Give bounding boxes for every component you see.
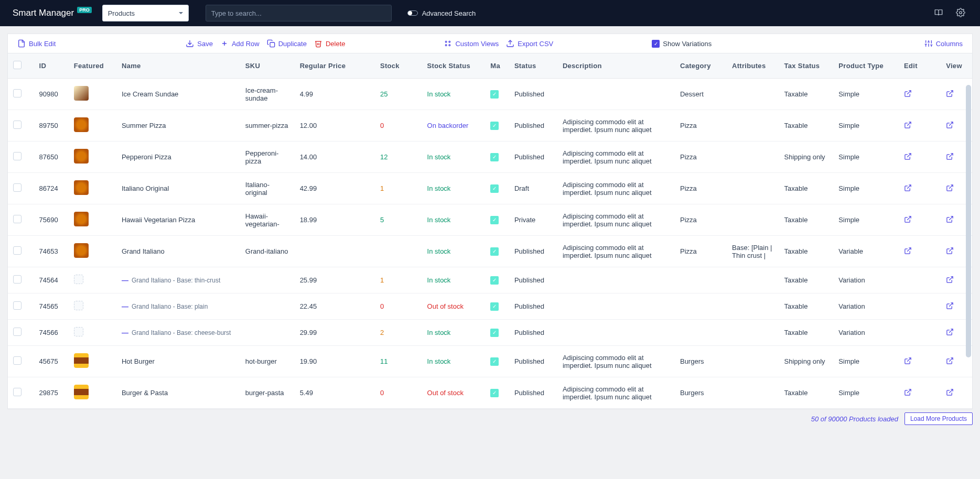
category-cell[interactable] xyxy=(675,320,727,346)
category-cell[interactable]: Burgers xyxy=(675,346,727,377)
manage-stock-check-icon[interactable]: ✓ xyxy=(490,389,499,397)
manage-stock-check-icon[interactable]: ✓ xyxy=(490,90,499,99)
sku-cell[interactable] xyxy=(240,320,295,346)
tax-status-cell[interactable]: Taxable xyxy=(779,293,834,320)
sku-cell[interactable] xyxy=(240,267,295,293)
tax-status-cell[interactable]: Taxable xyxy=(779,110,834,141)
id-cell[interactable]: 87650 xyxy=(34,141,69,173)
view-link-icon[interactable] xyxy=(946,248,954,256)
description-cell[interactable] xyxy=(557,267,675,293)
id-cell[interactable]: 89750 xyxy=(34,110,69,141)
tax-status-cell[interactable]: Taxable xyxy=(779,320,834,346)
product-type-cell[interactable]: Variable xyxy=(833,236,899,267)
description-cell[interactable]: Adipiscing commodo elit at imperdiet. Ip… xyxy=(557,173,675,204)
product-name-cell[interactable]: Hawaii Vegetarian Pizza xyxy=(122,216,195,224)
row-checkbox[interactable] xyxy=(13,152,21,160)
row-checkbox[interactable] xyxy=(13,215,21,223)
col-ma[interactable]: Ma xyxy=(485,53,509,79)
row-checkbox[interactable] xyxy=(13,301,21,310)
edit-link-icon[interactable] xyxy=(904,248,912,256)
row-checkbox[interactable] xyxy=(13,89,21,97)
product-type-cell[interactable]: Variation xyxy=(833,320,899,346)
edit-link-icon[interactable] xyxy=(904,123,912,130)
stock-status-cell[interactable]: In stock xyxy=(427,216,451,224)
entity-select[interactable]: Products xyxy=(102,5,189,21)
edit-link-icon[interactable] xyxy=(904,217,912,225)
id-cell[interactable]: 74565 xyxy=(34,293,69,320)
tax-status-cell[interactable]: Taxable xyxy=(779,79,834,110)
product-name-cell[interactable]: Italiano Original xyxy=(122,184,169,192)
manage-stock-check-icon[interactable]: ✓ xyxy=(490,329,499,337)
col-description[interactable]: Description xyxy=(557,53,675,79)
row-checkbox[interactable] xyxy=(13,356,21,365)
sku-cell[interactable]: burger-pasta xyxy=(240,377,295,409)
sku-cell[interactable]: Hawaii-vegetarian- xyxy=(240,204,295,236)
attributes-cell[interactable] xyxy=(727,110,779,141)
col-name[interactable]: Name xyxy=(116,53,240,79)
view-link-icon[interactable] xyxy=(946,303,954,311)
view-link-icon[interactable] xyxy=(946,390,954,398)
product-name-cell[interactable]: Summer Pizza xyxy=(122,122,166,129)
category-cell[interactable] xyxy=(675,267,727,293)
bulk-edit-button[interactable]: Bulk Edit xyxy=(17,39,56,48)
view-link-icon[interactable] xyxy=(946,123,954,130)
attributes-cell[interactable] xyxy=(727,320,779,346)
manage-stock-check-icon[interactable]: ✓ xyxy=(490,122,499,130)
col-attributes[interactable]: Attributes xyxy=(727,53,779,79)
tax-status-cell[interactable]: Taxable xyxy=(779,173,834,204)
col-category[interactable]: Category xyxy=(675,53,727,79)
stock-status-cell[interactable]: In stock xyxy=(427,90,451,98)
status-cell[interactable]: Draft xyxy=(509,173,557,204)
sku-cell[interactable] xyxy=(240,293,295,320)
manage-stock-check-icon[interactable]: ✓ xyxy=(490,247,499,256)
status-cell[interactable]: Published xyxy=(509,293,557,320)
status-cell[interactable]: Published xyxy=(509,346,557,377)
row-checkbox[interactable] xyxy=(13,183,21,192)
attributes-cell[interactable] xyxy=(727,173,779,204)
col-stock-status[interactable]: Stock Status xyxy=(422,53,486,79)
tax-status-cell[interactable]: Shipping only xyxy=(779,141,834,173)
product-type-cell[interactable]: Simple xyxy=(833,110,899,141)
view-link-icon[interactable] xyxy=(946,358,954,366)
sku-cell[interactable]: hot-burger xyxy=(240,346,295,377)
description-cell[interactable]: Adipiscing commodo elit at imperdiet. Ip… xyxy=(557,346,675,377)
tax-status-cell[interactable]: Taxable xyxy=(779,236,834,267)
stock-status-cell[interactable]: In stock xyxy=(427,357,451,365)
product-type-cell[interactable]: Simple xyxy=(833,346,899,377)
col-edit[interactable]: Edit xyxy=(899,53,941,79)
vertical-scrollbar[interactable] xyxy=(966,85,971,357)
price-cell[interactable]: 42.99 xyxy=(295,173,375,204)
product-type-cell[interactable]: Variation xyxy=(833,267,899,293)
columns-button[interactable]: Columns xyxy=(924,39,963,48)
product-type-cell[interactable]: Simple xyxy=(833,79,899,110)
delete-button[interactable]: Delete xyxy=(314,39,346,48)
product-type-cell[interactable]: Simple xyxy=(833,377,899,409)
id-cell[interactable]: 45675 xyxy=(34,346,69,377)
category-cell[interactable]: Dessert xyxy=(675,79,727,110)
stock-status-cell[interactable]: Out of stock xyxy=(427,389,464,397)
col-status[interactable]: Status xyxy=(509,53,557,79)
product-name-cell[interactable]: Ice Cream Sundae xyxy=(122,90,178,98)
attributes-cell[interactable]: Base: [Plain | Thin crust | xyxy=(727,236,779,267)
id-cell[interactable]: 74653 xyxy=(34,236,69,267)
edit-link-icon[interactable] xyxy=(904,91,912,99)
manage-stock-check-icon[interactable]: ✓ xyxy=(490,276,499,285)
category-cell[interactable]: Pizza xyxy=(675,236,727,267)
view-link-icon[interactable] xyxy=(946,330,954,338)
manage-stock-check-icon[interactable]: ✓ xyxy=(490,302,499,311)
price-cell[interactable]: 25.99 xyxy=(295,267,375,293)
attributes-cell[interactable] xyxy=(727,141,779,173)
description-cell[interactable]: Adipiscing commodo elit at imperdiet. Ip… xyxy=(557,236,675,267)
price-cell[interactable]: 4.99 xyxy=(295,79,375,110)
select-all-checkbox[interactable] xyxy=(13,61,21,69)
product-name-cell[interactable]: Grand Italiano - Base: plain xyxy=(132,303,208,310)
category-cell[interactable]: Pizza xyxy=(675,173,727,204)
attributes-cell[interactable] xyxy=(727,204,779,236)
stock-cell[interactable]: 0 xyxy=(380,122,384,129)
status-cell[interactable]: Published xyxy=(509,320,557,346)
id-cell[interactable]: 74564 xyxy=(34,267,69,293)
stock-cell[interactable]: 2 xyxy=(380,329,384,336)
product-type-cell[interactable]: Simple xyxy=(833,141,899,173)
description-cell[interactable] xyxy=(557,293,675,320)
row-checkbox[interactable] xyxy=(13,121,21,129)
